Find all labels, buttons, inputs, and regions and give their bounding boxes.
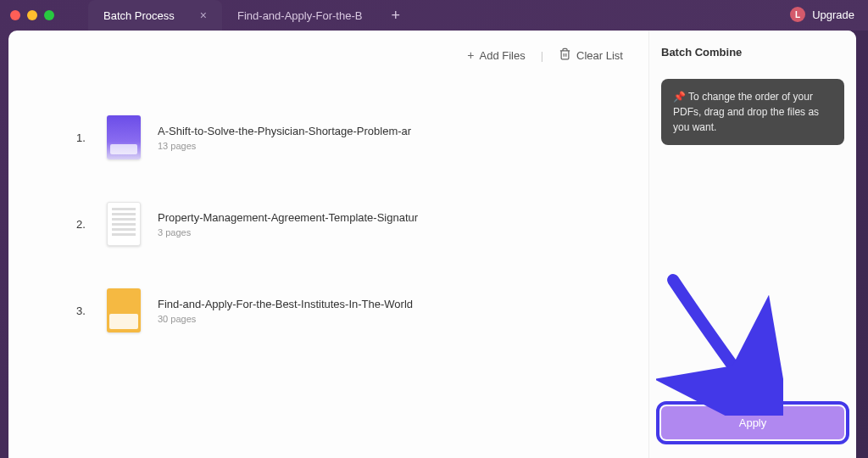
sidebar-title: Batch Combine: [661, 46, 844, 59]
plus-icon: +: [467, 48, 474, 62]
file-thumbnail: [107, 202, 141, 246]
file-number: 1.: [76, 131, 90, 144]
tab-label: Find-and-Apply-For-the-B: [237, 9, 362, 22]
file-number: 2.: [76, 218, 90, 231]
add-files-label: Add Files: [479, 49, 525, 62]
apply-button[interactable]: Apply: [661, 406, 844, 439]
tab-bar: Batch Process × Find-and-Apply-For-the-B…: [88, 0, 414, 31]
file-meta: 3 pages: [158, 227, 648, 237]
close-window-button[interactable]: [10, 10, 20, 20]
list-item[interactable]: 2. Property-Management-Agreement-Templat…: [76, 202, 648, 246]
file-info: Find-and-Apply-For-the-Best-Institutes-I…: [158, 298, 648, 324]
tip-box: 📌 To change the order of your PDFs, drag…: [661, 79, 844, 145]
file-meta: 30 pages: [158, 314, 648, 324]
upgrade-label: Upgrade: [812, 8, 854, 21]
clear-list-button[interactable]: Clear List: [559, 47, 623, 63]
file-name: Find-and-Apply-For-the-Best-Institutes-I…: [158, 298, 420, 310]
file-name: Property-Management-Agreement-Template-S…: [158, 211, 420, 224]
list-item[interactable]: 3. Find-and-Apply-For-the-Best-Institute…: [76, 288, 648, 332]
file-info: A-Shift-to-Solve-the-Physician-Shortage-…: [158, 125, 648, 151]
file-thumbnail: [107, 288, 141, 332]
file-thumbnail: [107, 115, 141, 159]
file-meta: 13 pages: [158, 141, 648, 151]
plus-icon: +: [391, 7, 400, 25]
content-area: + Add Files | Clear List 1. A-Shift-to-S…: [8, 31, 648, 458]
main-window: + Add Files | Clear List 1. A-Shift-to-S…: [8, 31, 856, 458]
tab-find-and-apply[interactable]: Find-and-Apply-For-the-B: [222, 0, 377, 31]
list-item[interactable]: 1. A-Shift-to-Solve-the-Physician-Shorta…: [76, 115, 648, 159]
upgrade-button[interactable]: L Upgrade: [790, 7, 854, 22]
file-info: Property-Management-Agreement-Template-S…: [158, 211, 648, 237]
file-name: A-Shift-to-Solve-the-Physician-Shortage-…: [158, 125, 420, 137]
divider: |: [541, 49, 543, 62]
new-tab-button[interactable]: +: [377, 0, 414, 31]
tab-batch-process[interactable]: Batch Process ×: [88, 0, 222, 31]
sidebar: Batch Combine 📌 To change the order of y…: [648, 31, 856, 458]
clear-list-label: Clear List: [576, 49, 623, 62]
minimize-window-button[interactable]: [27, 10, 37, 20]
file-number: 3.: [76, 304, 90, 317]
titlebar: Batch Process × Find-and-Apply-For-the-B…: [0, 0, 868, 31]
toolbar: + Add Files | Clear List: [467, 47, 623, 63]
maximize-window-button[interactable]: [44, 10, 54, 20]
close-icon[interactable]: ×: [200, 8, 207, 22]
trash-icon: [559, 47, 571, 63]
window-controls: [10, 10, 54, 20]
avatar: L: [790, 7, 805, 22]
add-files-button[interactable]: + Add Files: [467, 48, 525, 62]
file-list: 1. A-Shift-to-Solve-the-Physician-Shorta…: [8, 31, 648, 332]
tab-label: Batch Process: [103, 9, 175, 22]
